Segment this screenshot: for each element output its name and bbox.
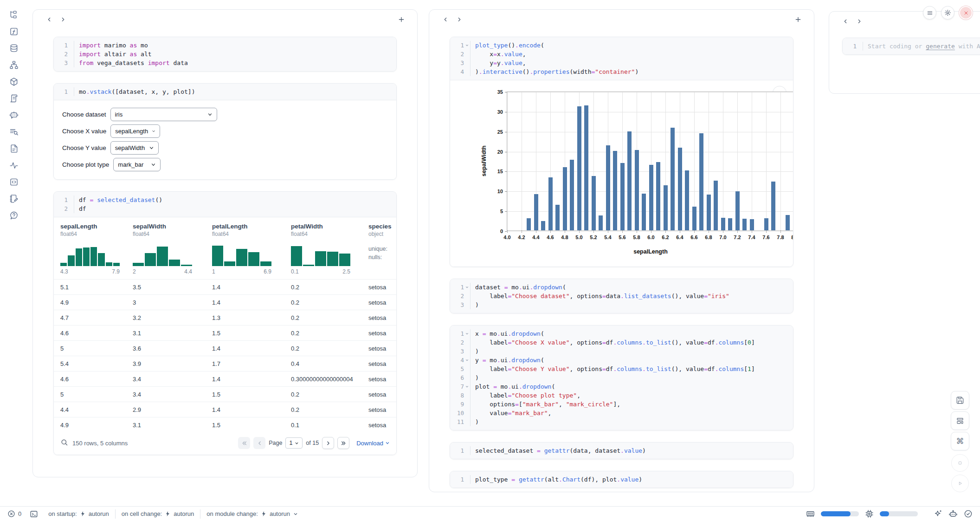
next-page-button[interactable] (322, 437, 334, 449)
error-counter[interactable]: 0 (7, 510, 21, 518)
column-scroll-right-button[interactable] (852, 15, 866, 27)
dropdown-select[interactable]: mark_bar (113, 158, 161, 171)
file-tree-icon[interactable] (6, 7, 21, 22)
search-icon[interactable] (60, 438, 68, 448)
code-line[interactable]: 1df = selected_dataset() (54, 195, 396, 204)
code-line[interactable]: 10 value="mark_bar", (450, 409, 793, 417)
code-line[interactable]: 3 y=y.value, (450, 59, 793, 67)
function-square-icon[interactable] (6, 24, 21, 39)
fold-chevron-icon[interactable] (465, 43, 469, 47)
code-placeholder[interactable]: Start coding or generate with AI (863, 42, 980, 51)
column-scroll-left-button[interactable] (838, 15, 852, 27)
help-circle-icon[interactable] (6, 208, 21, 223)
column-name[interactable]: species (368, 223, 396, 230)
code-cell-imports[interactable]: 1import marimo as mo2import altair as al… (53, 37, 397, 72)
table-row[interactable]: 4.73.21.30.2setosa (54, 310, 396, 325)
download-button[interactable]: Download (356, 440, 390, 447)
column-scroll-left-button[interactable] (42, 13, 56, 26)
code-line[interactable]: 2 label="Choose dataset", options=data.l… (450, 292, 793, 300)
code-line[interactable]: 1selected_dataset = getattr(data, datase… (450, 446, 793, 455)
add-cell-button[interactable] (395, 13, 408, 26)
snippets-document-icon[interactable] (6, 141, 21, 156)
dropdown-select[interactable]: sepalWidth (110, 141, 159, 155)
code-line[interactable]: 2import altair as alt (54, 50, 396, 59)
scratchpad-edit-icon[interactable] (6, 191, 21, 206)
terminal-icon[interactable] (30, 510, 38, 518)
on-module-change-setting[interactable]: on module change: autorun (206, 510, 298, 517)
code-cell-xy-dropdowns[interactable]: 1x = mo.ui.dropdown(2 label="Choose X va… (450, 325, 793, 430)
code-line[interactable]: 1import marimo as mo (54, 41, 396, 50)
code-line[interactable]: 2df (54, 204, 396, 213)
code-cell-plot-type[interactable]: 1plot_type = getattr(alt.Chart(df), plot… (450, 471, 793, 488)
code-line[interactable]: 9 options=["mark_bar", "mark_circle"], (450, 400, 793, 409)
column-name[interactable]: petalWidth (291, 223, 368, 230)
stop-button[interactable] (951, 454, 969, 472)
previous-page-button[interactable] (253, 437, 265, 449)
code-line[interactable]: 2 label="Choose X value", options=df.col… (450, 338, 793, 347)
code-line[interactable]: 1dataset = mo.ui.dropdown( (450, 283, 793, 292)
database-icon[interactable] (6, 41, 21, 56)
code-cell-plot[interactable]: 1plot_type().encode(2 x=x.value,3 y=y.va… (450, 37, 793, 267)
code-line[interactable]: 11) (450, 417, 793, 426)
settings-gear-icon[interactable] (941, 6, 954, 20)
command-palette-button[interactable]: ⌘ (951, 432, 969, 450)
page-select[interactable]: 1 (285, 437, 303, 449)
code-line[interactable]: 3) (450, 347, 793, 356)
code-line[interactable]: 1x = mo.ui.dropdown( (450, 329, 793, 338)
code-cell-dataset-dropdown[interactable]: 1dataset = mo.ui.dropdown(2 label="Choos… (450, 279, 793, 313)
first-page-button[interactable] (238, 437, 250, 449)
empty-code-cell[interactable]: 1 Start coding or generate with AI (842, 38, 980, 55)
column-scroll-right-button[interactable] (452, 13, 466, 26)
column-name[interactable]: sepalWidth (133, 223, 212, 230)
column-name[interactable]: sepalLength (60, 223, 133, 230)
on-cell-change-setting[interactable]: on cell change: autorun (122, 510, 194, 517)
generate-with-ai-link[interactable]: generate (926, 43, 955, 50)
code-line[interactable]: 3from vega_datasets import data (54, 59, 396, 67)
column-name[interactable]: petalLength (212, 223, 291, 230)
code-line[interactable]: 2 x=x.value, (450, 50, 793, 59)
code-line[interactable]: 8 label="Choose plot type", (450, 391, 793, 400)
dependency-graph-icon[interactable] (6, 58, 21, 72)
code-line[interactable]: 4y = mo.ui.dropdown( (450, 356, 793, 365)
table-row[interactable]: 53.61.40.2setosa (54, 340, 396, 356)
table-row[interactable]: 4.63.11.50.2setosa (54, 325, 396, 340)
on-startup-setting[interactable]: on startup: autorun (48, 510, 109, 517)
fold-chevron-icon[interactable] (465, 285, 469, 289)
code-block-icon[interactable] (6, 175, 21, 189)
documentation-scroll-icon[interactable] (6, 91, 21, 106)
code-line[interactable]: 1plot_type().encode( (450, 41, 793, 50)
tracing-activity-icon[interactable] (6, 158, 21, 173)
add-cell-button[interactable] (792, 13, 805, 26)
layout-button[interactable] (951, 411, 969, 430)
table-row[interactable]: 4.63.41.40.30000000000000004setosa (54, 371, 396, 386)
run-button[interactable] (951, 475, 969, 492)
code-line[interactable]: 1mo.vstack([dataset, x, y, plot]) (54, 87, 396, 96)
column-scroll-left-button[interactable] (438, 13, 452, 26)
package-cube-icon[interactable] (6, 74, 21, 89)
code-line[interactable]: 5 label="Choose Y value", options=df.col… (450, 365, 793, 373)
menu-button[interactable] (923, 6, 936, 20)
table-row[interactable]: 53.41.50.2setosa (54, 386, 396, 402)
table-row[interactable]: 5.13.51.40.2setosa (54, 279, 396, 294)
code-line[interactable]: 3) (450, 300, 793, 309)
dropdown-select[interactable]: sepalLength (110, 124, 160, 138)
table-row[interactable]: 5.43.91.70.4setosa (54, 356, 396, 371)
save-button[interactable] (951, 391, 969, 410)
code-line[interactable]: 4).interactive().properties(width="conta… (450, 67, 793, 76)
fold-chevron-icon[interactable] (465, 384, 469, 389)
code-cell-vstack[interactable]: 1mo.vstack([dataset, x, y, plot]) Choose… (53, 83, 397, 180)
code-cell-dataframe[interactable]: 1df = selected_dataset()2df sepalLengthf… (53, 191, 397, 455)
code-line[interactable]: 6) (450, 373, 793, 382)
column-scroll-right-button[interactable] (56, 13, 70, 26)
fold-chevron-icon[interactable] (465, 332, 469, 336)
logs-search-icon[interactable] (6, 124, 21, 139)
code-line[interactable]: 7plot = mo.ui.dropdown( (450, 382, 793, 391)
table-row[interactable]: 4.931.40.2setosa (54, 294, 396, 310)
code-cell-selected-dataset[interactable]: 1selected_dataset = getattr(data, datase… (450, 442, 793, 459)
table-row[interactable]: 4.42.91.40.2setosa (54, 402, 396, 417)
last-page-button[interactable] (337, 437, 349, 449)
fold-chevron-icon[interactable] (465, 358, 469, 362)
close-icon[interactable] (959, 6, 973, 20)
table-row[interactable]: 4.93.11.50.1setosa (54, 417, 396, 432)
code-line[interactable]: 1plot_type = getattr(alt.Chart(df), plot… (450, 475, 793, 484)
